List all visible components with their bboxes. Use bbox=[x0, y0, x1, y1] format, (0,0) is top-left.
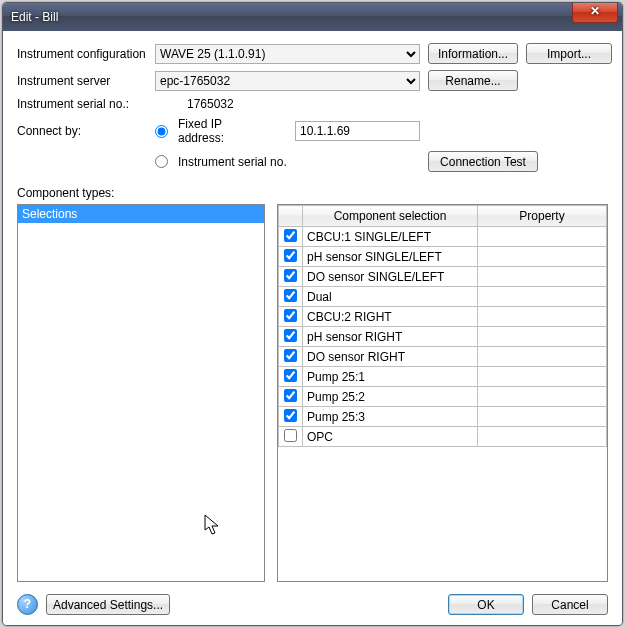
component-table: Component selection Property CBCU:1 SING… bbox=[278, 205, 607, 447]
col-property: Property bbox=[478, 206, 607, 227]
row-checkbox[interactable] bbox=[284, 249, 297, 262]
row-property bbox=[478, 247, 607, 267]
help-icon[interactable]: ? bbox=[17, 594, 38, 615]
dialog-content: Instrument configuration WAVE 25 (1.1.0.… bbox=[3, 31, 622, 625]
row-component-name: CBCU:2 RIGHT bbox=[303, 307, 478, 327]
table-row: Pump 25:1 bbox=[279, 367, 607, 387]
window-title: Edit - Bill bbox=[11, 10, 58, 24]
fixed-ip-radio[interactable] bbox=[155, 125, 168, 138]
fixed-ip-row: Fixed IP address: bbox=[155, 117, 420, 145]
serial-radio-row: Instrument serial no. bbox=[155, 155, 420, 169]
table-row: pH sensor SINGLE/LEFT bbox=[279, 247, 607, 267]
types-list-item[interactable]: Selections bbox=[18, 205, 264, 223]
instrument-serial-label: Instrument serial no.: bbox=[17, 97, 147, 111]
serial-radio[interactable] bbox=[155, 155, 168, 168]
row-component-name: Pump 25:1 bbox=[303, 367, 478, 387]
information-button[interactable]: Information... bbox=[428, 43, 518, 64]
fixed-ip-label: Fixed IP address: bbox=[178, 117, 271, 145]
row-property bbox=[478, 287, 607, 307]
row-property bbox=[478, 327, 607, 347]
ok-button[interactable]: OK bbox=[448, 594, 524, 615]
advanced-settings-button[interactable]: Advanced Settings... bbox=[46, 594, 170, 615]
row-component-name: pH sensor RIGHT bbox=[303, 327, 478, 347]
table-row: Pump 25:3 bbox=[279, 407, 607, 427]
row-checkbox[interactable] bbox=[284, 369, 297, 382]
table-row: CBCU:2 RIGHT bbox=[279, 307, 607, 327]
connect-by-label: Connect by: bbox=[17, 124, 147, 138]
footer: ? Advanced Settings... OK Cancel bbox=[17, 594, 608, 615]
row-property bbox=[478, 387, 607, 407]
close-button[interactable]: ✕ bbox=[572, 3, 618, 23]
row-checkbox[interactable] bbox=[284, 329, 297, 342]
row-property bbox=[478, 267, 607, 287]
row-component-name: Pump 25:3 bbox=[303, 407, 478, 427]
rename-button[interactable]: Rename... bbox=[428, 70, 518, 91]
dual-panel: Selections Component selection Property … bbox=[17, 204, 608, 582]
instrument-server-label: Instrument server bbox=[17, 74, 147, 88]
row-checkbox[interactable] bbox=[284, 269, 297, 282]
titlebar: Edit - Bill ✕ bbox=[3, 3, 622, 31]
row-component-name: Pump 25:2 bbox=[303, 387, 478, 407]
instrument-config-select[interactable]: WAVE 25 (1.1.0.91) bbox=[155, 44, 420, 64]
col-component: Component selection bbox=[303, 206, 478, 227]
row-property bbox=[478, 367, 607, 387]
instrument-config-label: Instrument configuration bbox=[17, 47, 147, 61]
row-checkbox[interactable] bbox=[284, 229, 297, 242]
row-component-name: DO sensor SINGLE/LEFT bbox=[303, 267, 478, 287]
row-component-name: CBCU:1 SINGLE/LEFT bbox=[303, 227, 478, 247]
row-checkbox[interactable] bbox=[284, 409, 297, 422]
edit-dialog: Edit - Bill ✕ Instrument configuration W… bbox=[2, 2, 623, 626]
row-checkbox[interactable] bbox=[284, 429, 297, 442]
connection-test-button[interactable]: Connection Test bbox=[428, 151, 538, 172]
serial-radio-label: Instrument serial no. bbox=[178, 155, 287, 169]
table-row: Pump 25:2 bbox=[279, 387, 607, 407]
row-component-name: Dual bbox=[303, 287, 478, 307]
ip-address-input[interactable] bbox=[295, 121, 420, 141]
form-grid: Instrument configuration WAVE 25 (1.1.0.… bbox=[17, 43, 608, 172]
row-checkbox[interactable] bbox=[284, 309, 297, 322]
row-component-name: pH sensor SINGLE/LEFT bbox=[303, 247, 478, 267]
row-property bbox=[478, 307, 607, 327]
table-row: DO sensor RIGHT bbox=[279, 347, 607, 367]
instrument-server-select[interactable]: epc-1765032 bbox=[155, 71, 420, 91]
component-table-wrap: Component selection Property CBCU:1 SING… bbox=[277, 204, 608, 582]
row-property bbox=[478, 347, 607, 367]
table-row: OPC bbox=[279, 427, 607, 447]
row-component-name: OPC bbox=[303, 427, 478, 447]
row-property bbox=[478, 427, 607, 447]
row-property bbox=[478, 227, 607, 247]
col-check bbox=[279, 206, 303, 227]
import-button[interactable]: Import... bbox=[526, 43, 612, 64]
close-icon: ✕ bbox=[590, 4, 600, 18]
table-row: DO sensor SINGLE/LEFT bbox=[279, 267, 607, 287]
cancel-button[interactable]: Cancel bbox=[532, 594, 608, 615]
row-checkbox[interactable] bbox=[284, 349, 297, 362]
component-types-label: Component types: bbox=[17, 186, 608, 200]
table-row: Dual bbox=[279, 287, 607, 307]
row-checkbox[interactable] bbox=[284, 389, 297, 402]
types-listbox[interactable]: Selections bbox=[17, 204, 265, 582]
row-property bbox=[478, 407, 607, 427]
instrument-serial-value: 1765032 bbox=[155, 97, 420, 111]
table-row: CBCU:1 SINGLE/LEFT bbox=[279, 227, 607, 247]
table-row: pH sensor RIGHT bbox=[279, 327, 607, 347]
row-component-name: DO sensor RIGHT bbox=[303, 347, 478, 367]
row-checkbox[interactable] bbox=[284, 289, 297, 302]
